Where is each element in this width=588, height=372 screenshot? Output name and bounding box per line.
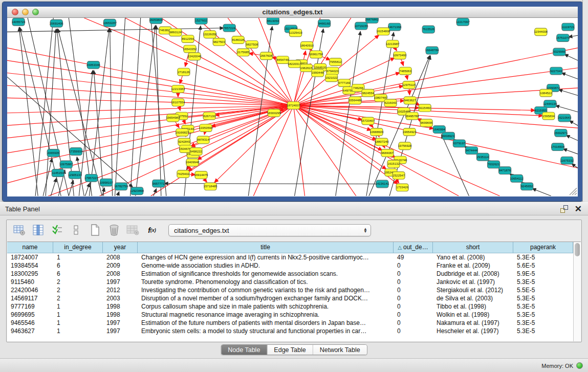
graph-node[interactable]: 10688609 [370,128,384,136]
graph-node[interactable]: 8912354 [182,35,194,43]
select-rows-icon[interactable] [51,224,64,237]
column-header-name[interactable]: name [7,242,53,253]
delete-icon[interactable] [107,224,121,237]
graph-node[interactable]: 15718485 [204,183,217,190]
table-chooser-dropdown[interactable]: citations_edges.txt ▲▼ [168,224,371,236]
scrollbar-thumb[interactable] [575,243,580,256]
graph-node[interactable]: 17016504 [551,143,565,151]
graph-node[interactable]: 16409948 [186,159,200,166]
graph-node[interactable]: 7425402 [177,170,189,178]
graph-node[interactable]: 18220317 [288,60,301,68]
graph-node[interactable]: 9684067 [381,149,394,157]
graph-node[interactable]: 15751074 [556,34,570,42]
graph-node[interactable]: 20053346 [86,61,100,69]
table-row[interactable]: 977716911998Corpus callosum shape and si… [7,302,573,311]
graph-node[interactable]: 8878314 [197,136,209,144]
zoom-window-button[interactable] [32,9,39,15]
graph-node[interactable]: 9245652 [521,183,533,190]
graph-node[interactable]: 12905133 [68,171,82,179]
rows-icon[interactable] [70,224,83,237]
resize-grip[interactable] [570,188,577,195]
graph-node[interactable]: 9242843 [178,138,190,146]
graph-node[interactable]: 18807249 [375,138,389,146]
column-header-pagerank[interactable]: pagerank [513,242,573,253]
graph-node[interactable]: 9329966 [553,48,565,56]
graph-node[interactable]: 9498222 [190,148,202,156]
tab-network-table[interactable]: Network Table [313,345,367,355]
graph-node[interactable]: 1921022 [325,74,338,82]
graph-node[interactable]: 18300295 [267,109,281,117]
column-select-icon[interactable] [32,224,45,237]
graph-node[interactable]: 12975115 [402,81,416,89]
graph-node[interactable]: 3824554 [362,89,374,97]
graph-node[interactable]: 9699695 [420,119,432,127]
graph-node[interactable]: 2718126 [178,68,190,76]
graph-node[interactable]: 8838923 [442,132,454,140]
graph-node[interactable]: 16961758 [309,51,323,58]
graph-node[interactable]: 2522547 [393,172,405,180]
graph-node[interactable]: 9474444 [465,147,477,155]
graph-node[interactable]: 15720407 [361,117,375,125]
graph-node[interactable]: 7615526 [422,26,434,33]
graph-node[interactable]: 18724007 [287,102,300,110]
graph-node[interactable]: 10973493 [393,52,407,59]
column-header-out_de[interactable]: △out_de… [394,242,433,253]
graph-node[interactable]: 9657771 [153,180,165,187]
graph-node[interactable]: 16914479 [194,171,208,179]
graph-node[interactable]: 10653287 [103,19,117,27]
table-row[interactable]: 1938455462009Genome-wide association stu… [7,261,573,270]
column-header-in_degree[interactable]: in_degree [53,242,103,253]
graph-node[interactable]: 2175685 [237,49,249,56]
graph-node[interactable]: 8471876 [499,167,511,174]
graph-node[interactable]: 22420046 [188,53,202,60]
table-row[interactable]: 946554611997Estimation of the future num… [7,319,573,327]
graph-node[interactable]: 9227343 [550,67,562,75]
minimize-window-button[interactable] [22,9,29,15]
new-document-icon[interactable] [89,224,102,237]
table-row[interactable]: 1872400712008Changes of HCN gene express… [7,253,573,261]
graph-node[interactable]: 19166827 [176,129,189,137]
graph-node[interactable]: 11119721 [561,23,575,31]
graph-node[interactable]: 16154808 [377,28,390,35]
graph-node[interactable]: 20691406 [50,19,63,27]
graph-node[interactable]: 12923468 [130,187,144,195]
vertical-scrollbar[interactable] [573,242,581,341]
graph-node[interactable]: 16053809 [149,18,163,24]
graph-node[interactable]: 9466160 [318,19,331,27]
graph-node[interactable]: 1990448 [312,69,324,77]
graph-node[interactable]: 10654112 [510,174,524,182]
graph-node[interactable]: 9463627 [404,97,416,104]
graph-node[interactable]: 1595834 [542,112,555,120]
graph-node[interactable]: 10719155 [354,22,368,30]
graph-node[interactable]: 8813054 [267,18,279,25]
graph-node[interactable]: 12213383 [171,85,185,93]
graph-node[interactable]: 9860124 [169,29,182,36]
graph-node[interactable]: 14055724 [12,18,26,26]
function-builder-icon[interactable]: f(x) [145,224,159,237]
graph-node[interactable]: 16543352 [183,45,197,53]
table-row[interactable]: 969969511998Structural magnetic resonanc… [7,311,573,319]
graph-node[interactable]: 1615132 [387,160,400,168]
graph-node[interactable]: 2667608 [260,52,272,60]
graph-node[interactable]: 19654983 [166,114,180,122]
graph-node[interactable]: 13353594 [199,124,213,132]
graph-node[interactable]: 7485063 [399,67,411,75]
table-row[interactable]: 946362711997Embryonic stem cells: a mode… [7,327,573,335]
graph-node[interactable]: 9115460 [419,104,431,112]
graph-node[interactable]: 28495788 [405,112,419,120]
network-view-window[interactable]: citations_edges.txt 14055724206914061065… [3,2,582,201]
table-row[interactable]: 1830029562008Estimation of significance … [7,270,573,278]
tab-node-table[interactable]: Node Table [221,345,267,355]
graph-node[interactable]: 16782759 [114,183,128,190]
graph-node[interactable]: 26876862 [365,18,379,23]
graph-node[interactable]: 9827508 [246,40,258,48]
column-header-title[interactable]: title [138,242,394,253]
graph-node[interactable]: 19756928 [398,142,412,150]
graph-node[interactable]: 11325419 [289,29,302,37]
graph-node[interactable]: 2935114 [476,153,489,161]
graph-node[interactable]: 11675332 [560,157,574,164]
graph-node[interactable]: 1962615 [300,64,313,72]
table-row[interactable]: 911546021997Tourette syndrome. Phenomeno… [7,278,573,286]
graph-node[interactable]: 18107554 [171,99,185,106]
graph-node[interactable]: 6794023 [326,67,339,75]
